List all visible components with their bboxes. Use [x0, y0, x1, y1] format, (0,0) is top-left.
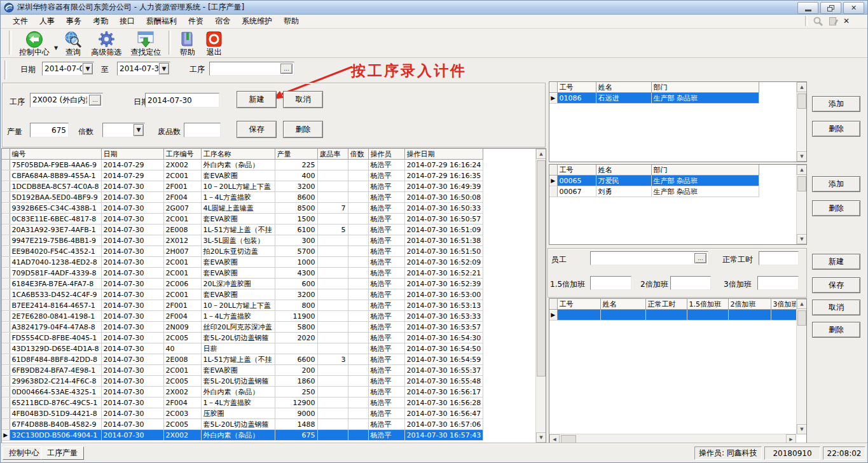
table-row[interactable]: 75F05BDA-F9EB-4AA6-92014-07-292X002外白内素（… — [2, 160, 483, 170]
table-row[interactable]: 6FB9DB24-BFA7-4E98-12014-07-302C001套EVA胶… — [2, 365, 483, 376]
column-header[interactable]: 操作日期 — [404, 149, 483, 160]
hours-delete-button[interactable]: 删除 — [812, 322, 860, 338]
ot2-input[interactable] — [670, 276, 711, 290]
menu-item-sysmaint[interactable]: 系统维护 — [236, 15, 278, 28]
scroll-thumb[interactable] — [537, 160, 546, 377]
control-center-button[interactable]: 控制中心 — [15, 29, 54, 58]
column-header[interactable]: 正常工时 — [645, 299, 687, 310]
table-row[interactable]: 1DCDB8EA-8C57-4C0A-82014-07-302F00110－20… — [2, 181, 483, 192]
table-row[interactable]: A3824179-04F4-47A8-82014-07-302N009丝印20L… — [2, 322, 483, 333]
column-header[interactable]: 姓名 — [596, 165, 651, 176]
hours-vscrollbar[interactable]: ▲ ▼ — [796, 299, 806, 434]
menu-item-dormitory[interactable]: 宿舍 — [209, 15, 236, 28]
column-header[interactable]: 编号 — [10, 149, 101, 160]
column-header[interactable]: 工序名称 — [201, 149, 275, 160]
assigned-vscrollbar[interactable]: ▲ ▼ — [796, 82, 806, 162]
hours-new-button[interactable]: 新建 — [812, 254, 860, 270]
close-button[interactable]: ✕ — [843, 2, 864, 14]
column-header[interactable]: 部门 — [651, 82, 759, 93]
save-button[interactable]: 保存 — [237, 121, 277, 138]
table-row[interactable]: 9947E219-75B6-4BB1-92014-07-302X0123L-5L… — [2, 235, 483, 246]
column-header[interactable]: 1.5倍加班 — [687, 299, 728, 310]
table-row[interactable]: 41AD7040-1238-4ED2-82014-07-302C001套EVA胶… — [2, 257, 483, 268]
form-multiple-dropdown-icon[interactable]: ▼ — [134, 124, 144, 136]
scroll-up-icon[interactable]: ▲ — [797, 165, 807, 175]
cancel-button[interactable]: 取消 — [283, 91, 323, 108]
scroll-down-icon[interactable]: ▼ — [797, 424, 807, 434]
column-header[interactable]: 日期 — [101, 149, 163, 160]
table-row[interactable]: 0D004664-53AE-4325-12014-07-302X002外白内素（… — [2, 387, 483, 397]
scroll-thumb[interactable] — [797, 310, 806, 326]
table-row[interactable]: 1CA6B533-D452-4C4F-92014-07-302C001套EVA胶… — [2, 289, 483, 300]
statusbar-tab-control-center[interactable]: 控制中心 — [3, 446, 46, 460]
form-date-input[interactable] — [145, 93, 219, 107]
table-row[interactable]: 20A31A92-93E7-4AFB-12014-07-302E0081L-51… — [2, 225, 483, 235]
table-row[interactable]: 9392B6E5-C34C-438B-12014-07-302G0074L圆罐上… — [2, 203, 483, 214]
date-from-dropdown-icon[interactable]: ▼ — [83, 63, 93, 74]
menu-item-attendance[interactable]: 考勤 — [87, 15, 114, 28]
table-row[interactable]: 67F4D88B-B40B-4582-92014-07-302C005套5L-2… — [2, 419, 483, 430]
assigned-add-button[interactable]: 添加 — [812, 96, 860, 112]
edit-note-icon[interactable] — [829, 17, 838, 26]
ot3-input[interactable] — [757, 276, 799, 290]
menu-item-affairs[interactable]: 事务 — [60, 15, 87, 28]
column-header[interactable]: 姓名 — [600, 299, 645, 310]
column-header[interactable]: 工号 — [557, 82, 596, 93]
table-row[interactable]: ▶00065万爱民生产部 杂品班 — [549, 176, 759, 186]
scroll-left-icon[interactable]: ◀ — [549, 434, 560, 444]
close-child-icon[interactable]: ✕ — [843, 17, 850, 25]
new-button[interactable]: 新建 — [237, 91, 277, 108]
table-row[interactable]: ▶01086石远进生产部 杂品班 — [549, 93, 759, 104]
table-row[interactable]: 00067刘勇生产部 杂品班 — [549, 186, 759, 197]
table-row[interactable]: ▶ — [549, 310, 801, 321]
date-to-dropdown-icon[interactable]: ▼ — [159, 63, 169, 74]
menu-item-piecework[interactable]: 件资 — [183, 15, 209, 28]
scroll-down-icon[interactable]: ▼ — [536, 432, 546, 443]
find-locate-button[interactable]: 查找定位 — [126, 29, 165, 58]
scroll-thumb[interactable] — [797, 176, 806, 191]
table-row[interactable]: FD5554CD-8FBE-4045-12014-07-302C005套5L-2… — [2, 333, 483, 343]
hours-cancel-button[interactable]: 取消 — [812, 300, 860, 315]
assigned-delete-button[interactable]: 删除 — [812, 121, 860, 137]
column-header[interactable]: 工号 — [557, 165, 596, 176]
minimize-button[interactable] — [797, 2, 818, 14]
table-row[interactable]: 709D581F-4ADF-4339-82014-07-302C001套EVA胶… — [2, 268, 483, 279]
table-row[interactable]: 5D192BAA-5ED0-4BF9-92014-07-302F0041－4L方… — [2, 192, 483, 203]
ot15-input[interactable] — [590, 276, 631, 290]
scroll-down-icon[interactable]: ▼ — [797, 151, 807, 162]
table-row[interactable]: 2E7E6280-0841-4198-12014-07-302F0041－4L方… — [2, 311, 483, 322]
query-button[interactable]: 查询 — [59, 29, 86, 58]
main-table-vscrollbar[interactable]: ▲ ▼ — [535, 149, 546, 443]
form-scrap-input[interactable] — [184, 123, 221, 137]
employee-input[interactable] — [590, 251, 708, 265]
table-row[interactable]: B7EE2414-8164-4657-12014-07-302F00110－20… — [2, 300, 483, 311]
pool-vscrollbar[interactable]: ▲ ▼ — [796, 165, 806, 244]
column-header[interactable]: 姓名 — [596, 82, 651, 93]
column-header[interactable]: 工序编号 — [163, 149, 201, 160]
statusbar-tab-process-output[interactable]: 工序产量 — [41, 446, 84, 460]
column-header[interactable]: 操作员 — [368, 149, 404, 160]
worker-pool-table[interactable]: 工号姓名部门▶00065万爱民生产部 杂品班00067刘勇生产部 杂品班 — [549, 165, 759, 197]
table-row[interactable]: 299638D2-C214-4F6C-82014-07-302C005套5L-2… — [2, 376, 483, 387]
assigned-workers-table[interactable]: 工号姓名部门▶01086石远进生产部 杂品班 — [549, 82, 759, 104]
menu-item-file[interactable]: 文件 — [7, 15, 34, 28]
table-row[interactable]: ▶32C130DD-B506-4904-12014-07-302X002外白内素… — [2, 430, 483, 441]
hours-save-button[interactable]: 保存 — [812, 277, 860, 293]
form-qty-input[interactable] — [30, 123, 69, 137]
column-header[interactable]: 产量 — [275, 149, 317, 160]
scroll-up-icon[interactable]: ▲ — [797, 299, 807, 309]
advanced-filter-button[interactable]: 高级筛选 — [86, 29, 126, 58]
menu-item-payroll[interactable]: 薪酬福利 — [141, 15, 183, 28]
scroll-thumb[interactable] — [561, 435, 576, 443]
column-header[interactable]: 废品率 — [317, 149, 348, 160]
restore-button[interactable] — [820, 2, 841, 14]
menu-item-help[interactable]: 帮助 — [278, 15, 305, 28]
table-row[interactable]: 6184E3FA-B7EA-4FA7-82014-07-302C00620L深冲… — [2, 279, 483, 289]
menu-item-interface[interactable]: 接口 — [114, 15, 141, 28]
pool-add-button[interactable]: 添加 — [812, 176, 860, 192]
table-row[interactable]: 0C83E11E-6BEC-4817-82014-07-302C001套EVA胶… — [2, 214, 483, 225]
employee-browse-button[interactable]: ... — [694, 253, 706, 263]
scroll-up-icon[interactable]: ▲ — [536, 149, 546, 159]
scroll-up-icon[interactable]: ▲ — [797, 82, 807, 92]
column-header[interactable]: 部门 — [651, 165, 759, 176]
